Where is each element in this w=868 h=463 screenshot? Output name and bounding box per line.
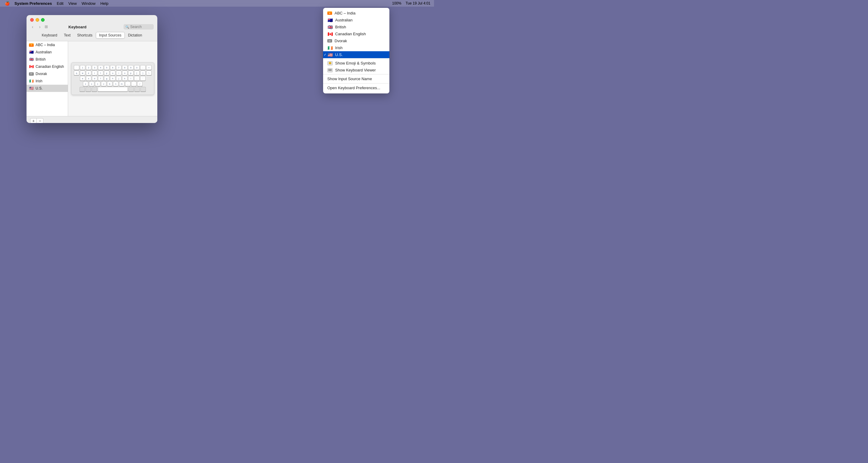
dropdown-item-dvorak[interactable]: DV Dvorak: [323, 37, 390, 44]
british-flag-icon: 🇬🇧: [29, 58, 34, 61]
add-remove-buttons: + −: [30, 118, 154, 123]
key-a: a: [80, 76, 85, 81]
tab-text[interactable]: Text: [61, 32, 74, 38]
dropdown-show-input-source-name[interactable]: Show Input Source Name: [323, 75, 390, 83]
key-blank-5: [134, 87, 140, 92]
dropdown-dvorak-icon: DV: [327, 39, 332, 42]
minimize-button[interactable]: [36, 18, 39, 22]
dropdown-item-abc-india[interactable]: A ABC – India: [323, 10, 390, 17]
search-input[interactable]: [130, 25, 151, 29]
dropdown-british-flag: 🇬🇧: [327, 25, 333, 29]
key-quote: ': [140, 76, 146, 81]
keyboard-visual: ` 1 2 3 4 5 6 7 8 9 0 - = q w: [71, 62, 154, 95]
menubar-window[interactable]: Window: [79, 1, 98, 6]
add-source-button[interactable]: +: [30, 118, 37, 123]
dropdown-show-emoji[interactable]: 😊 Show Emoji & Symbols: [323, 60, 390, 67]
menubar-view[interactable]: View: [66, 1, 79, 6]
dropdown-irish-flag: 🇮🇪: [327, 46, 333, 50]
tab-dictation[interactable]: Dictation: [125, 32, 146, 38]
window-title: Keyboard: [34, 25, 121, 29]
key-m: m: [119, 82, 124, 86]
menubar-help[interactable]: Help: [98, 1, 111, 6]
apple-menu[interactable]: 🍎: [2, 1, 12, 6]
maximize-button[interactable]: [41, 18, 44, 22]
key-6: 6: [110, 65, 116, 70]
sidebar-label-british: British: [36, 57, 45, 61]
keyboard-preview-area: ` 1 2 3 4 5 6 7 8 9 0 - = q w: [68, 41, 157, 116]
menubar-system-preferences[interactable]: System Preferences: [12, 1, 54, 6]
key-space: [98, 87, 128, 92]
sidebar-label-abc-india: ABC – India: [36, 43, 55, 47]
menubar-edit[interactable]: Edit: [54, 1, 66, 6]
dropdown-actions-section: 😊 Show Emoji & Symbols ⌨ Show Keyboard V…: [323, 59, 390, 74]
battery-status: 100%: [391, 1, 403, 5]
key-blank-4: [128, 87, 134, 92]
input-source-dropdown: A ABC – India 🇦🇺 Australian 🇬🇧 British 🇨…: [323, 8, 390, 93]
key-backtick: `: [74, 65, 79, 70]
key-u: u: [110, 70, 116, 75]
tab-keyboard[interactable]: Keyboard: [38, 32, 61, 38]
key-t: t: [98, 70, 103, 75]
dropdown-language-section: A ABC – India 🇦🇺 Australian 🇬🇧 British 🇨…: [323, 9, 390, 59]
key-o: o: [122, 70, 127, 75]
bottom-controls: + − ✓ Show Input menu in menu bar Automa…: [27, 116, 157, 123]
canadian-flag-icon: 🇨🇦: [29, 65, 34, 68]
key-4: 4: [98, 65, 103, 70]
tab-shortcuts[interactable]: Shortcuts: [74, 32, 96, 38]
dropdown-item-british[interactable]: 🇬🇧 British: [323, 24, 390, 30]
dropdown-emoji-label: Show Emoji & Symbols: [335, 61, 375, 65]
keyboard-preferences-window: ‹ › ⊞ Keyboard 🔍 Keyboard Text Shortcuts…: [27, 15, 157, 123]
key-equals: =: [146, 65, 152, 70]
key-period: .: [131, 82, 136, 86]
key-row-3: a s d f g h j k l ; ': [74, 76, 152, 81]
sidebar-label-irish: Irish: [36, 79, 42, 83]
sidebar-item-british[interactable]: 🇬🇧 British: [27, 56, 68, 63]
key-8: 8: [122, 65, 127, 70]
key-n: n: [113, 82, 119, 86]
menubar-right: 100% Tue 19 Jul 4:01: [391, 1, 432, 5]
dropdown-label-us: U.S.: [335, 53, 343, 57]
key-rbracket: ]: [140, 70, 146, 75]
key-d: d: [92, 76, 97, 81]
sidebar-item-canadian-english[interactable]: 🇨🇦 Canadian English: [27, 63, 68, 70]
key-5: 5: [104, 65, 110, 70]
dropdown-label-dvorak: Dvorak: [335, 38, 347, 43]
dropdown-label-british: British: [335, 25, 346, 29]
dropdown-show-source-name-section: Show Input Source Name: [323, 74, 390, 84]
sidebar-item-us[interactable]: 🇺🇸 U.S.: [27, 85, 68, 92]
dropdown-canadian-flag: 🇨🇦: [327, 32, 333, 36]
sidebar-item-dvorak[interactable]: DV Dvorak: [27, 70, 68, 78]
key-s: s: [86, 76, 91, 81]
remove-source-button[interactable]: −: [37, 118, 43, 123]
sidebar-item-abc-india[interactable]: A ABC – India: [27, 41, 68, 49]
key-p: p: [128, 70, 133, 75]
key-k: k: [122, 76, 127, 81]
key-1: 1: [80, 65, 85, 70]
dropdown-open-keyboard-prefs[interactable]: Open Keyboard Preferences...: [323, 84, 390, 92]
dropdown-item-irish[interactable]: 🇮🇪 Irish: [323, 44, 390, 51]
dropdown-item-canadian-english[interactable]: 🇨🇦 Canadian English: [323, 30, 390, 37]
dropdown-australian-flag: 🇦🇺: [327, 19, 333, 22]
key-3: 3: [92, 65, 97, 70]
search-box[interactable]: 🔍: [124, 24, 154, 30]
keyboard-viewer-icon: ⌨: [327, 68, 333, 72]
key-2: 2: [86, 65, 91, 70]
dropdown-open-prefs-section: Open Keyboard Preferences...: [323, 84, 390, 92]
key-i: i: [116, 70, 121, 75]
close-button[interactable]: [30, 18, 34, 22]
key-backslash: \: [146, 70, 152, 75]
dropdown-keyboard-viewer-label: Show Keyboard Viewer: [335, 68, 376, 72]
key-blank-2: [86, 87, 91, 92]
key-j: j: [116, 76, 121, 81]
sidebar-item-australian[interactable]: 🇦🇺 Australian: [27, 49, 68, 56]
dropdown-show-keyboard-viewer[interactable]: ⌨ Show Keyboard Viewer: [323, 67, 390, 73]
tab-input-sources[interactable]: Input Sources: [96, 32, 125, 38]
checkmark-icon: ✓: [324, 53, 327, 57]
sidebar-item-irish[interactable]: 🇮🇪 Irish: [27, 78, 68, 85]
dropdown-item-australian[interactable]: 🇦🇺 Australian: [323, 17, 390, 24]
dropdown-item-us[interactable]: ✓ 🇺🇸 U.S.: [323, 51, 390, 58]
traffic-lights: [27, 15, 157, 24]
sidebar-label-australian: Australian: [36, 50, 52, 54]
key-row-4: z x c v b n m , . /: [74, 82, 152, 86]
menubar: 🍎 System Preferences Edit View Window He…: [0, 0, 434, 7]
